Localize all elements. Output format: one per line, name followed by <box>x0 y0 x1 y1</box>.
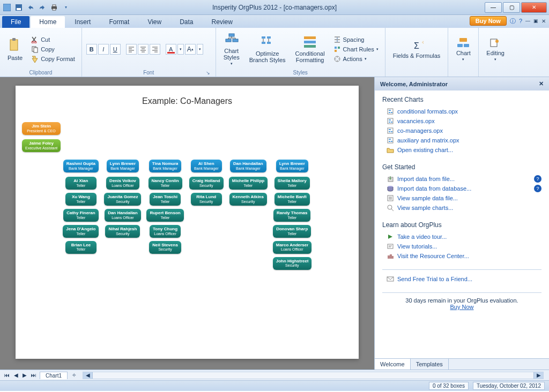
grow-font-button[interactable]: A▴ <box>185 44 196 55</box>
org-node[interactable]: Marco AndersenLoans Officer <box>273 241 311 254</box>
bold-button[interactable]: B <box>86 44 97 55</box>
tab-review[interactable]: Review <box>203 16 241 28</box>
org-node[interactable]: Xu WangTeller <box>65 193 97 206</box>
chart-styles-button[interactable]: Chart Styles▾ <box>220 32 243 67</box>
tab-format[interactable]: Format <box>100 16 138 28</box>
new-sheet-icon[interactable]: ✧ <box>70 372 78 378</box>
recent-chart-link[interactable]: conditional formats.opx <box>382 107 541 116</box>
sheet-tab[interactable]: Chart1 <box>40 372 68 379</box>
org-node[interactable]: Ai XianTeller <box>65 177 97 190</box>
font-dialog-launcher[interactable]: ↘ <box>206 70 210 76</box>
font-color-dropdown[interactable]: ▾ <box>177 44 184 55</box>
org-node[interactable]: Craig HollandSecurity <box>189 177 224 190</box>
file-tab[interactable]: File <box>2 16 29 28</box>
help-icon[interactable]: ? <box>534 185 541 192</box>
org-node[interactable]: Michelle PhilippiTeller <box>229 177 268 190</box>
next-sheet-icon[interactable]: ▶ <box>21 372 28 378</box>
org-node[interactable]: Lynn BrewerBank Manager <box>276 160 308 172</box>
close-button[interactable]: ✕ <box>521 2 547 13</box>
org-node[interactable]: Jean ToschiTeller <box>150 193 181 206</box>
about-icon[interactable]: ? <box>519 18 522 24</box>
align-right-button[interactable] <box>150 44 160 55</box>
org-node[interactable]: Sheila MalloryTeller <box>274 177 310 190</box>
org-node[interactable]: Denis VolkovLoans Officer <box>106 177 139 190</box>
editing-button[interactable]: Editing▾ <box>483 36 508 63</box>
resource-center-link[interactable]: Visit the Resource Center... <box>382 251 541 261</box>
underline-button[interactable]: U <box>110 44 121 55</box>
minimize-button[interactable]: — <box>485 2 502 13</box>
app-icon[interactable] <box>2 3 12 12</box>
optimize-branch-button[interactable]: Optimize Branch Styles <box>246 34 289 64</box>
video-tour-link[interactable]: Take a video tour... <box>382 232 541 242</box>
org-node[interactable]: Juanita GomezSecurity <box>104 193 141 206</box>
h-scrollbar[interactable]: ◀▶ <box>83 372 544 379</box>
copy-button[interactable]: Copy <box>29 45 77 54</box>
save-icon[interactable] <box>14 3 24 12</box>
org-node[interactable]: Dan HandallanLoans Officer <box>105 209 141 222</box>
fields-formulas-button[interactable]: Σ✧ Fields & Formulas <box>390 39 444 60</box>
panel-tab-templates[interactable]: Templates <box>411 359 449 370</box>
help-icon[interactable]: ⓘ <box>510 17 516 25</box>
import-file-link[interactable]: Import data from file... <box>382 174 534 184</box>
qat-dropdown-icon[interactable]: ▾ <box>61 3 71 12</box>
maximize-button[interactable]: ▢ <box>503 2 520 13</box>
org-node[interactable]: Jena D'AngeloTeller <box>63 225 99 238</box>
print-icon[interactable] <box>49 3 59 12</box>
org-node[interactable]: Rashmi GuptaBank Manager <box>63 160 99 172</box>
org-node[interactable]: Brian LeeTeller <box>65 241 97 254</box>
help-icon[interactable]: ? <box>534 175 541 183</box>
chart-canvas[interactable]: Example: Co-Managers Jim SteinPresident … <box>16 86 359 359</box>
org-node[interactable]: Cathy FineranTeller <box>63 209 98 222</box>
paste-button[interactable]: Paste <box>4 36 26 62</box>
chart-group-button[interactable]: Chart▾ <box>452 36 474 63</box>
send-trial-link[interactable]: Send Free Trial to a Friend... <box>382 274 541 284</box>
redo-icon[interactable] <box>38 3 47 12</box>
tab-insert[interactable]: Insert <box>66 16 99 28</box>
spacing-button[interactable]: Spacing <box>331 35 381 44</box>
buy-now-button[interactable]: Buy Now <box>470 16 507 26</box>
recent-chart-link[interactable]: vacancies.opx <box>382 116 541 126</box>
italic-button[interactable]: I <box>98 44 109 55</box>
prev-sheet-icon[interactable]: ◀ <box>13 372 19 378</box>
eval-buy-link[interactable]: Buy Now <box>450 304 473 310</box>
chart-rules-button[interactable]: Chart Rules ▾ <box>331 45 381 54</box>
org-node[interactable]: Jim SteinPresident & CEO <box>22 122 61 135</box>
conditional-formatting-button[interactable]: Conditional Formatting <box>292 34 328 64</box>
org-node[interactable]: Nancy ConlinTeller <box>149 177 182 190</box>
org-node[interactable]: Kenneth AtkinsSecurity <box>229 193 267 206</box>
copy-format-button[interactable]: Copy Format <box>29 55 77 63</box>
org-node[interactable]: Jaime FoleyExecutive Assistant <box>22 139 61 152</box>
org-node[interactable]: Tina NomuraBank Manager <box>149 160 182 172</box>
org-node[interactable]: John HighstreetSecurity <box>273 257 311 270</box>
tab-home[interactable]: Home <box>31 16 65 28</box>
sample-charts-link[interactable]: View sample charts... <box>382 203 541 213</box>
org-node[interactable]: Donovan SharpTeller <box>273 225 311 238</box>
recent-chart-link[interactable]: auxiliary and matrix.opx <box>382 135 541 145</box>
org-node[interactable]: Nihal RahjeshSecurity <box>105 225 140 238</box>
org-node[interactable]: Tony ChungLoans Officer <box>150 225 181 238</box>
actions-button[interactable]: Actions ▾ <box>331 55 381 63</box>
open-chart-link[interactable]: Open existing chart... <box>382 145 541 155</box>
font-dropdown[interactable]: ▾ <box>197 44 203 55</box>
org-node[interactable]: Dan HandallanBank Manager <box>230 160 266 172</box>
align-left-button[interactable] <box>126 44 137 55</box>
org-node[interactable]: Randy ThomasTeller <box>273 209 310 222</box>
org-node[interactable]: Lynn BrewerBank Manager <box>107 160 139 172</box>
close-child-icon[interactable]: ✕ <box>541 18 546 24</box>
sample-data-link[interactable]: View sample data file... <box>382 193 541 203</box>
panel-close-icon[interactable]: ✕ <box>539 80 544 87</box>
import-db-link[interactable]: Import data from database... <box>382 184 534 193</box>
cut-button[interactable]: Cut <box>29 35 77 44</box>
panel-tab-welcome[interactable]: Welcome <box>375 359 411 370</box>
restore-child-icon[interactable]: ▣ <box>533 18 538 24</box>
undo-icon[interactable] <box>26 3 35 12</box>
first-sheet-icon[interactable]: ⏮ <box>3 372 11 378</box>
last-sheet-icon[interactable]: ⏭ <box>30 372 38 378</box>
org-node[interactable]: Michelle BanfiTeller <box>274 193 310 206</box>
org-node[interactable]: Al ShenBank Manager <box>191 160 222 172</box>
minimize-ribbon-icon[interactable]: — <box>525 18 530 24</box>
align-center-button[interactable] <box>138 44 149 55</box>
canvas-area[interactable]: Example: Co-Managers Jim SteinPresident … <box>0 77 374 370</box>
tab-data[interactable]: Data <box>171 16 202 28</box>
org-node[interactable]: Neil StevensSecurity <box>149 241 181 254</box>
